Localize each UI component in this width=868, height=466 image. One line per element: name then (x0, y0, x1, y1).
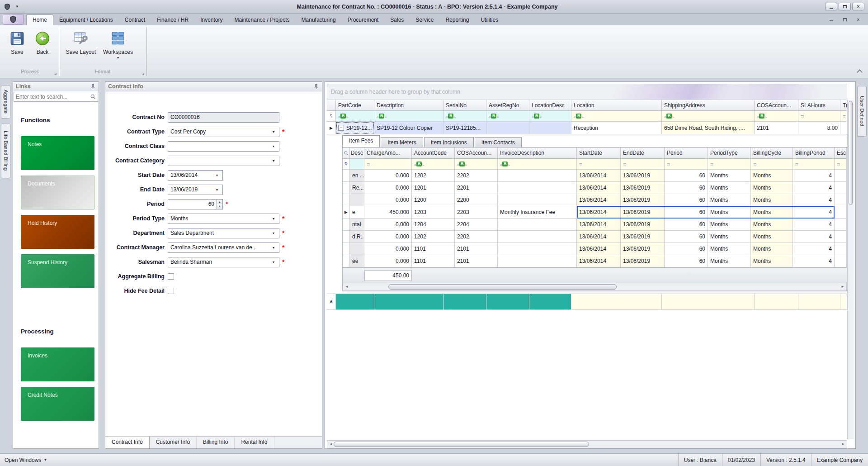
subgrid-cell[interactable]: 60 (665, 255, 708, 267)
grid-header-location[interactable]: Location (571, 100, 662, 111)
detail-tab-item-contacts[interactable]: Item Contacts (475, 137, 522, 147)
grid-filter-cell[interactable]: aBc (443, 111, 486, 122)
start-date-picker[interactable]: 13/06/2014▼ (168, 170, 223, 181)
subgrid-cell[interactable]: 13/06/2019 (621, 219, 665, 231)
subgrid-filter-cell[interactable]: aBc (412, 159, 455, 170)
grid-vertical-scrollbar[interactable] (847, 100, 854, 439)
subgrid-filter-cell[interactable]: aBc (455, 159, 498, 170)
subgrid-search-icon-cell[interactable] (343, 147, 350, 159)
subgrid-cell[interactable]: 60 (665, 206, 708, 219)
grid-header-locationdesc[interactable]: LocationDesc (529, 100, 571, 111)
grid-filter-cell[interactable]: = (840, 111, 847, 122)
subgrid-cell[interactable]: 13/06/2019 (621, 170, 665, 182)
detail-tab-item-fees[interactable]: Item Fees (342, 135, 380, 147)
subgrid-cell[interactable]: Months (708, 243, 751, 255)
subgrid-cell[interactable]: 2101 (455, 255, 498, 267)
append-row-cell[interactable] (443, 294, 486, 310)
subgrid-cell[interactable]: 4 (793, 255, 835, 267)
subgrid-cell[interactable]: d R... (350, 231, 364, 243)
subgrid-cell[interactable]: 2202 (455, 170, 498, 182)
links-search-input[interactable] (14, 92, 98, 102)
subgrid-header-startdate[interactable]: StartDate (577, 147, 621, 159)
period-type-select[interactable]: Months▼ (168, 214, 279, 224)
ribbon-tab-equipment-locations[interactable]: Equipment / Locations (53, 15, 119, 25)
subgrid-cell[interactable] (498, 231, 577, 243)
ribbon-close-button[interactable]: × (852, 16, 864, 24)
subgrid-cell[interactable]: Re... (350, 182, 364, 194)
subgrid-cell[interactable]: 4 (793, 194, 835, 206)
subgrid-header-accountcode[interactable]: AccountCode (412, 147, 455, 159)
subgrid-cell[interactable]: 13/06/2014 (577, 194, 621, 206)
grid-cell[interactable]: −SP19-12... (336, 122, 374, 134)
subgrid-cell[interactable] (835, 194, 847, 206)
contract-category-select[interactable]: ▼ (168, 156, 279, 166)
subgrid-cell[interactable]: 1200 (412, 194, 455, 206)
subgrid-cell[interactable]: 0.000 (364, 231, 412, 243)
grid-cell[interactable]: SP19-12185... (443, 122, 486, 134)
subgrid-cell[interactable]: 1101 (412, 243, 455, 255)
grid-filter-cell[interactable]: aBc (336, 111, 374, 122)
subgrid-cell[interactable]: 2201 (455, 182, 498, 194)
workspaces-button[interactable]: Workspaces ▼ (100, 29, 136, 64)
grid-filter-cell[interactable]: = (798, 111, 840, 122)
ribbon-tab-maintenance-projects[interactable]: Maintenance / Projects (229, 15, 296, 25)
side-tab-life-based-billing[interactable]: Life Based Billing (1, 123, 10, 178)
department-select[interactable]: Sales Department▼ (168, 228, 279, 238)
ribbon-tab-manufacturing[interactable]: Manufacturing (296, 15, 342, 25)
tab-customer-info[interactable]: Customer Info (150, 437, 197, 448)
subgrid-cell[interactable]: Months (751, 194, 793, 206)
grid-filter-cell[interactable]: aBc (486, 111, 529, 122)
subgrid-cell[interactable]: 0.000 (364, 243, 412, 255)
subgrid-cell[interactable]: 13/06/2019 (621, 206, 665, 219)
subgrid-cell[interactable]: Months (751, 219, 793, 231)
grid-header-assetregno[interactable]: AssetRegNo (486, 100, 529, 111)
ribbon-tab-procurement[interactable]: Procurement (342, 15, 385, 25)
subgrid-header-cosaccoun[interactable]: COSAccoun... (455, 147, 498, 159)
grid-cell[interactable] (840, 122, 847, 134)
grid-cell[interactable]: Reception (571, 122, 662, 134)
grid-filter-cell[interactable]: aBc (374, 111, 443, 122)
append-row-cell[interactable] (840, 294, 847, 310)
subgrid-cell[interactable]: 60 (665, 219, 708, 231)
grid-header-partcode[interactable]: PartCode (336, 100, 374, 111)
subgrid-cell[interactable] (498, 170, 577, 182)
pin-icon[interactable] (313, 84, 319, 90)
grid-cell[interactable]: 2101 (755, 122, 798, 134)
subgrid-cell[interactable]: 450.000 (364, 206, 412, 219)
ribbon-tab-service[interactable]: Service (410, 15, 439, 25)
subgrid-cell[interactable] (498, 243, 577, 255)
subgrid-cell[interactable]: 0.000 (364, 194, 412, 206)
ribbon-tab-finance-hr[interactable]: Finance / HR (151, 15, 194, 25)
subgrid-header-billingcycle[interactable]: BillingCycle (751, 147, 793, 159)
subgrid-cell[interactable]: 4 (793, 206, 835, 219)
save-layout-button[interactable]: Save Layout (63, 29, 99, 64)
subgrid-cell[interactable]: 0.000 (364, 170, 412, 182)
grid-header-slahours[interactable]: SLAHours (798, 100, 840, 111)
subgrid-cell[interactable]: 2204 (455, 219, 498, 231)
contract-type-select[interactable]: Cost Per Copy▼ (168, 127, 279, 137)
subgrid-filter-cell[interactable]: aBc (498, 159, 577, 170)
subgrid-cell[interactable]: Months (708, 182, 751, 194)
subgrid-cell[interactable]: 13/06/2014 (577, 219, 621, 231)
grid-horizontal-scrollbar[interactable]: ◄ ► (327, 440, 847, 448)
ribbon-tab-contract[interactable]: Contract (119, 15, 151, 25)
subgrid-cell[interactable] (498, 255, 577, 267)
grid-filter-cell[interactable]: aBc (529, 111, 571, 122)
ribbon-tab-reporting[interactable]: Reporting (439, 15, 475, 25)
append-row-cell[interactable] (798, 294, 840, 310)
function-button-notes[interactable]: Notes (21, 136, 94, 170)
subgrid-cell[interactable]: 2202 (455, 231, 498, 243)
subgrid-cell[interactable] (835, 206, 847, 219)
subgrid-cell[interactable]: 13/06/2019 (621, 243, 665, 255)
subgrid-cell[interactable]: Months (708, 231, 751, 243)
subgrid-cell[interactable] (835, 231, 847, 243)
grid-header-description[interactable]: Description (374, 100, 443, 111)
subgrid-cell[interactable]: 13/06/2014 (577, 182, 621, 194)
subgrid-filter-cell[interactable]: = (793, 159, 835, 170)
tab-rental-info[interactable]: Rental Info (235, 437, 274, 448)
ribbon-tab-inventory[interactable]: Inventory (194, 15, 228, 25)
period-input[interactable]: 60 (168, 199, 217, 209)
subgrid-cell[interactable]: 2203 (455, 206, 498, 219)
subgrid-cell[interactable]: Months (751, 206, 793, 219)
restore-button[interactable] (839, 3, 851, 10)
